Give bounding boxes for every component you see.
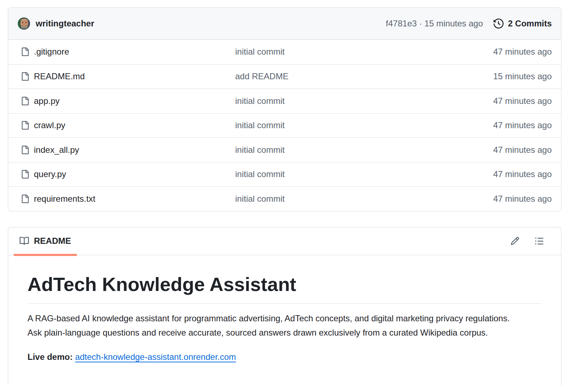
commit-message-link[interactable]: add README	[235, 71, 493, 81]
table-row: index_all.py initial commit 47 minutes a…	[8, 137, 561, 162]
commit-time: 47 minutes ago	[493, 96, 552, 106]
commits-link[interactable]: 2 Commits	[494, 19, 552, 29]
table-row: app.py initial commit 47 minutes ago	[8, 89, 561, 113]
file-link[interactable]: crawl.py	[34, 120, 65, 130]
live-demo-line: Live demo: adtech-knowledge-assistant.on…	[27, 350, 542, 364]
commit-message-link[interactable]: initial commit	[235, 47, 493, 57]
file-icon	[21, 170, 29, 179]
table-row: .gitignore initial commit 47 minutes ago	[8, 40, 561, 64]
page-title: AdTech Knowledge Assistant	[27, 272, 542, 304]
avatar[interactable]	[17, 17, 30, 30]
commits-count-label: 2 Commits	[508, 19, 552, 29]
commit-time: 47 minutes ago	[493, 145, 552, 155]
readme-panel: README AdTech Knowledge Assistant A RAG-…	[8, 227, 561, 385]
file-icon	[21, 195, 29, 203]
file-icon	[21, 146, 29, 154]
commit-time: 47 minutes ago	[493, 47, 552, 57]
file-icon	[21, 121, 29, 130]
file-link[interactable]: .gitignore	[34, 47, 69, 57]
commit-time: 47 minutes ago	[493, 120, 552, 130]
latest-commit-bar: writingteacher f4781e3 · 15 minutes ago …	[8, 8, 561, 40]
pencil-icon[interactable]	[510, 236, 520, 246]
readme-header: README	[8, 227, 561, 255]
file-icon	[21, 97, 29, 105]
table-row: requirements.txt initial commit 47 minut…	[8, 186, 561, 211]
commit-time: 15 minutes ago	[493, 71, 552, 81]
table-row: README.md add README 15 minutes ago	[8, 64, 561, 89]
commit-message-link[interactable]: initial commit	[235, 96, 493, 106]
history-icon	[494, 19, 504, 29]
book-icon	[20, 236, 29, 246]
live-demo-label: Live demo:	[27, 352, 73, 362]
file-browser: writingteacher f4781e3 · 15 minutes ago …	[8, 7, 561, 211]
commit-message-link[interactable]: initial commit	[235, 145, 493, 155]
commit-author[interactable]: writingteacher	[36, 19, 94, 29]
file-link[interactable]: app.py	[34, 96, 60, 106]
file-link[interactable]: query.py	[34, 169, 66, 179]
tab-readme[interactable]: README	[14, 227, 77, 255]
table-row: crawl.py initial commit 47 minutes ago	[8, 113, 561, 138]
commit-hash-and-time[interactable]: f4781e3 · 15 minutes ago	[386, 19, 483, 29]
commit-time: 47 minutes ago	[493, 194, 552, 204]
file-link[interactable]: index_all.py	[34, 145, 79, 155]
table-row: query.py initial commit 47 minutes ago	[8, 162, 561, 187]
commit-message-link[interactable]: initial commit	[235, 194, 493, 204]
list-unordered-icon[interactable]	[535, 236, 544, 246]
repo-page: writingteacher f4781e3 · 15 minutes ago …	[8, 7, 561, 385]
file-link[interactable]: requirements.txt	[34, 194, 95, 204]
commit-message-link[interactable]: initial commit	[235, 120, 493, 130]
readme-description: A RAG-based AI knowledge assistant for p…	[27, 311, 524, 340]
commit-time: 47 minutes ago	[493, 169, 552, 179]
readme-content: AdTech Knowledge Assistant A RAG-based A…	[8, 255, 561, 364]
live-demo-link[interactable]: adtech-knowledge-assistant.onrender.com	[75, 352, 236, 362]
file-icon	[21, 72, 29, 81]
commit-message-link[interactable]: initial commit	[235, 169, 493, 179]
readme-tab-label: README	[34, 236, 71, 246]
file-icon	[21, 47, 29, 56]
file-link[interactable]: README.md	[34, 71, 85, 81]
